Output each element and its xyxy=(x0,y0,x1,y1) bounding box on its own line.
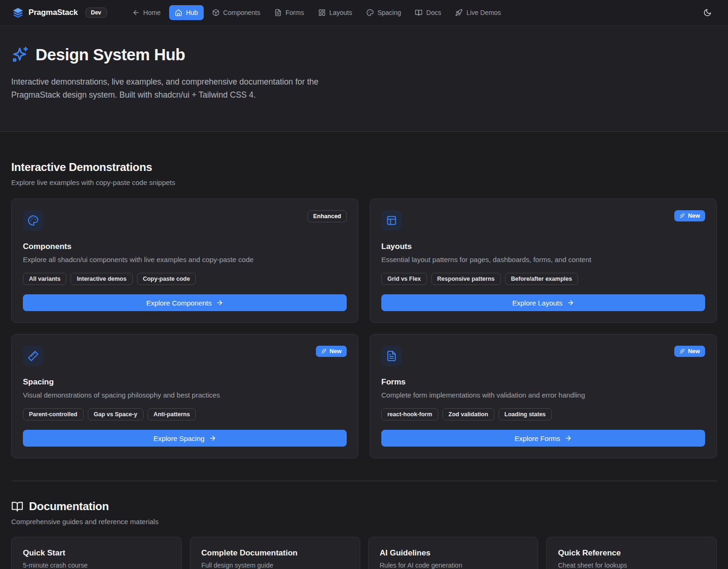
doc-card-description: Cheat sheet for lookups xyxy=(558,562,705,569)
sparkles-icon xyxy=(11,46,29,64)
demo-card-forms: New Forms Complete form implementations … xyxy=(370,334,717,458)
feature-tag: Interactive demos xyxy=(71,273,132,285)
nav-item-label: Live Demos xyxy=(466,9,501,16)
nav-item-docs[interactable]: Docs xyxy=(409,5,447,20)
moon-icon xyxy=(703,8,712,17)
demo-card-components: Enhanced Components Explore all shadcn/u… xyxy=(11,199,358,323)
nav-item-label: Components xyxy=(223,9,260,16)
docs-subheading: Comprehensive guides and reference mater… xyxy=(11,518,717,526)
demos-heading: Interactive Demonstrations xyxy=(11,161,717,174)
nav-item-live-demos[interactable]: Live Demos xyxy=(450,5,507,20)
card-icon-tile xyxy=(23,210,43,231)
card-header: New xyxy=(381,210,705,231)
feature-tag: Gap vs Space-y xyxy=(88,408,143,420)
file-text-icon xyxy=(274,9,282,16)
theme-toggle-button[interactable] xyxy=(699,4,716,21)
palette-icon xyxy=(28,215,39,226)
feature-tag: Copy-paste code xyxy=(137,273,196,285)
doc-card-ai-guidelines[interactable]: AI Guidelines Rules for AI code generati… xyxy=(368,537,539,569)
new-badge: New xyxy=(316,346,347,357)
docs-section: Documentation Comprehensive guides and r… xyxy=(11,500,717,569)
nav-item-spacing[interactable]: Spacing xyxy=(361,5,407,20)
explore-layouts-button[interactable]: Explore Layouts xyxy=(381,294,705,311)
layout-grid-icon xyxy=(318,9,326,16)
card-title: Forms xyxy=(381,377,705,387)
book-open-icon xyxy=(415,9,422,16)
doc-card-title: AI Guidelines xyxy=(380,548,527,558)
brand[interactable]: PragmaStack Dev xyxy=(12,7,107,19)
dev-badge: Dev xyxy=(86,7,107,18)
badge-label: New xyxy=(688,213,700,219)
nav-item-forms[interactable]: Forms xyxy=(269,5,310,20)
arrow-right-icon xyxy=(209,434,216,442)
feature-tag: Zod validation xyxy=(443,408,494,420)
nav-item-label: Layouts xyxy=(329,9,352,16)
package-icon xyxy=(212,9,220,16)
feature-tag: Before/after examples xyxy=(505,273,578,285)
card-description: Essential layout patterns for pages, das… xyxy=(381,256,705,263)
explore-forms-button[interactable]: Explore Forms xyxy=(381,430,705,447)
doc-card-grid: Quick Start 5-minute crash course Comple… xyxy=(11,537,717,569)
feature-tag: Grid vs Flex xyxy=(381,273,427,285)
doc-card-description: Rules for AI code generation xyxy=(380,562,527,569)
layers-logo-icon xyxy=(12,7,24,19)
card-description: Complete form implementations with valid… xyxy=(381,391,705,399)
explore-button-label: Explore Spacing xyxy=(153,434,204,442)
new-badge: New xyxy=(674,210,705,221)
nav-item-hub[interactable]: Hub xyxy=(169,5,204,20)
demo-card-layouts: New Layouts Essential layout patterns fo… xyxy=(370,199,717,323)
nav-item-layouts[interactable]: Layouts xyxy=(313,5,358,20)
section-divider xyxy=(11,481,717,481)
feature-tags: Grid vs FlexResponsive patternsBefore/af… xyxy=(381,273,705,285)
docs-heading-label: Documentation xyxy=(29,500,109,513)
demo-card-spacing: New Spacing Visual demonstrations of spa… xyxy=(11,334,358,458)
doc-card-title: Quick Start xyxy=(23,548,170,558)
docs-heading: Documentation xyxy=(11,500,717,513)
card-title: Components xyxy=(23,242,347,251)
sparkles-icon xyxy=(321,349,327,354)
arrow-left-icon xyxy=(132,9,140,16)
main-content: Interactive Demonstrations Explore live … xyxy=(0,161,728,569)
palette-icon xyxy=(366,9,374,16)
explore-button-label: Explore Forms xyxy=(514,434,560,442)
new-badge: New xyxy=(674,346,705,357)
nav-item-label: Home xyxy=(143,9,161,16)
nav-item-label: Forms xyxy=(285,9,304,16)
feature-tags: react-hook-formZod validationLoading sta… xyxy=(381,408,705,420)
card-description: Explore all shadcn/ui components with li… xyxy=(23,256,347,263)
explore-components-button[interactable]: Explore Components xyxy=(23,294,347,311)
feature-tags: All variantsInteractive demosCopy-paste … xyxy=(23,273,347,285)
hero-title-row: Design System Hub xyxy=(11,45,717,64)
ruler-icon xyxy=(28,350,39,362)
doc-card-description: 5-minute crash course xyxy=(23,562,170,569)
demos-section: Interactive Demonstrations Explore live … xyxy=(11,161,717,458)
card-title: Layouts xyxy=(381,242,705,251)
arrow-right-icon xyxy=(216,299,223,306)
feature-tag: Loading states xyxy=(499,408,552,420)
feature-tag: react-hook-form xyxy=(381,408,438,420)
card-header: New xyxy=(381,346,705,366)
explore-spacing-button[interactable]: Explore Spacing xyxy=(23,430,347,447)
doc-card-complete-documentation[interactable]: Complete Documentation Full design syste… xyxy=(190,537,360,569)
doc-card-description: Full design system guide xyxy=(201,562,349,569)
doc-card-quick-reference[interactable]: Quick Reference Cheat sheet for lookups xyxy=(546,537,717,569)
card-icon-tile xyxy=(381,346,402,366)
layout-icon xyxy=(386,215,397,226)
card-header: Enhanced xyxy=(23,210,347,231)
nav-item-home[interactable]: Home xyxy=(127,5,166,20)
arrow-right-icon xyxy=(564,434,572,442)
badge-label: New xyxy=(329,348,342,355)
doc-card-quick-start[interactable]: Quick Start 5-minute crash course xyxy=(11,537,182,569)
feature-tags: Parent-controlledGap vs Space-yAnti-patt… xyxy=(23,408,347,420)
nav-item-components[interactable]: Components xyxy=(207,5,266,20)
card-icon-tile xyxy=(381,210,402,231)
rocket-icon xyxy=(455,9,463,16)
doc-card-title: Complete Documentation xyxy=(201,548,349,558)
arrow-right-icon xyxy=(567,299,574,306)
sparkles-icon xyxy=(679,349,685,354)
explore-button-label: Explore Components xyxy=(146,299,212,307)
sparkles-icon xyxy=(679,213,685,219)
feature-tag: Responsive patterns xyxy=(431,273,501,285)
badge-label: New xyxy=(688,348,700,355)
hero-description: Interactive demonstrations, live example… xyxy=(11,75,358,101)
